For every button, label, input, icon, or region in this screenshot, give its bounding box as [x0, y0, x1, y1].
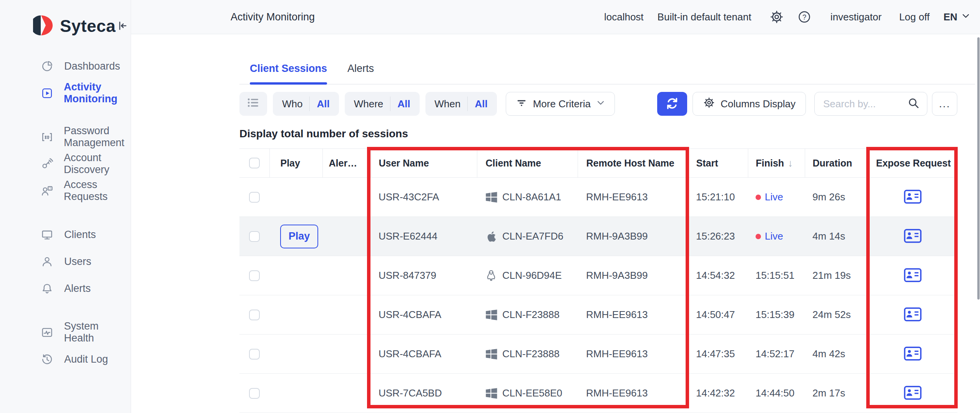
filter-who-value: All — [317, 98, 329, 110]
filter-who[interactable]: Who All — [273, 92, 339, 116]
expose-request-button[interactable] — [904, 346, 922, 362]
duration-text: 2m 17s — [812, 387, 845, 399]
list-icon — [246, 96, 260, 112]
list-view-button[interactable] — [239, 92, 267, 116]
tab-alerts[interactable]: Alerts — [347, 63, 374, 84]
sidebar-item-label: Clients — [64, 229, 96, 241]
sidebar-item-alerts[interactable]: Alerts — [0, 275, 131, 302]
brand-name: Syteca — [60, 17, 116, 36]
sort-descending-icon[interactable]: ↓ — [788, 157, 793, 169]
filter-toolbar: Who All Where All When All — [239, 92, 957, 116]
syteca-logo[interactable]: Syteca — [33, 15, 116, 37]
header-client-name[interactable]: Client Name — [477, 149, 578, 178]
user-menu[interactable]: investigator — [831, 11, 882, 23]
os-linux-icon — [485, 269, 498, 282]
bell-icon — [41, 282, 54, 295]
expose-request-button[interactable] — [904, 190, 922, 205]
header-start[interactable]: Start — [688, 149, 748, 178]
sidebar-item-account-discovery[interactable]: Account Discovery — [0, 150, 131, 177]
row-checkbox[interactable] — [249, 270, 260, 281]
remote-host-text: RMH-EE9613 — [586, 191, 648, 203]
sidebar-item-system-health[interactable]: System Health — [0, 319, 131, 346]
more-actions-button[interactable]: ... — [932, 92, 957, 116]
sidebar-item-access-requests[interactable]: ?Access Requests — [0, 177, 131, 204]
refresh-icon — [665, 97, 679, 112]
help-icon[interactable]: ? — [797, 10, 811, 24]
header-expose-request[interactable]: Expose Request — [868, 149, 957, 178]
sidebar-collapse-icon[interactable] — [116, 19, 129, 33]
filter-where-value: All — [397, 98, 410, 110]
select-all-checkbox[interactable] — [249, 158, 260, 168]
alerts-cell — [322, 178, 371, 217]
filter-where[interactable]: Where All — [345, 92, 420, 116]
divider — [309, 97, 310, 111]
expose-request-button[interactable] — [904, 268, 922, 283]
expose-request-button[interactable] — [904, 307, 922, 323]
row-checkbox[interactable] — [249, 349, 260, 360]
logoff-link[interactable]: Log off — [899, 11, 930, 23]
filter-when-value: All — [475, 98, 487, 110]
key-signal-icon — [41, 157, 53, 170]
user-name-text: USR-4CBAFA — [379, 348, 441, 360]
session-row[interactable]: Play USR-E62444 CLN-EA7FD6 RMH-9A3B99 15… — [239, 217, 957, 256]
sidebar-item-audit-log[interactable]: Audit Log — [0, 346, 131, 373]
session-row[interactable]: USR-43C2FA CLN-8A61A1 RMH-EE9613 15:21:1… — [239, 178, 957, 217]
start-time-text: 14:42:32 — [696, 387, 735, 399]
sidebar-item-label: Access Requests — [64, 179, 131, 203]
password-brackets-icon — [41, 130, 53, 143]
finish-live-text[interactable]: Live — [765, 191, 783, 203]
expose-request-button[interactable] — [904, 386, 922, 401]
language-selector[interactable]: EN — [943, 11, 970, 23]
session-row[interactable]: USR-4CBAFA CLN-F23888 RMH-EE9613 14:47:3… — [239, 335, 957, 374]
sidebar-item-activity-monitoring[interactable]: Activity Monitoring — [0, 80, 131, 107]
header-alerts[interactable]: Aler… — [322, 149, 371, 178]
health-chart-icon — [41, 326, 54, 339]
header-duration[interactable]: Duration — [805, 149, 868, 178]
refresh-button[interactable] — [657, 92, 687, 116]
alerts-cell — [322, 335, 371, 374]
finish-live-text[interactable]: Live — [765, 230, 783, 242]
row-checkbox[interactable] — [249, 388, 260, 399]
tab-client-sessions[interactable]: Client Sessions — [250, 63, 327, 84]
topbar: Activity Monitoring localhost Built-in d… — [131, 0, 980, 34]
duration-text: 4m 14s — [812, 230, 845, 242]
vertical-scrollbar[interactable] — [977, 37, 980, 300]
search-input[interactable] — [823, 98, 907, 110]
remote-host-text: RMH-EE9613 — [586, 309, 648, 320]
finish-time-text: 15:15:39 — [748, 309, 805, 321]
svg-text:?: ? — [49, 186, 51, 190]
play-button[interactable]: Play — [280, 225, 318, 248]
display-total-sessions-link[interactable]: Display total number of sessions — [239, 128, 957, 140]
session-row[interactable]: USR-7CA5BD CLN-EE58E0 RMH-EE9613 14:42:3… — [239, 374, 957, 413]
row-checkbox[interactable] — [249, 192, 260, 203]
chevron-down-icon — [596, 98, 605, 110]
client-name-text: CLN-F23888 — [502, 309, 560, 321]
table-header-row: Play Aler… User Name Client Name Remote … — [239, 149, 957, 178]
search-icon[interactable] — [907, 97, 920, 111]
header-play[interactable]: Play — [269, 149, 322, 178]
session-row[interactable]: USR-847379 CLN-96D94E RMH-9A3B99 14:54:3… — [239, 256, 957, 295]
expose-request-button[interactable] — [904, 229, 922, 244]
header-finish[interactable]: Finish↓ — [748, 149, 805, 178]
columns-display-button[interactable]: Columns Display — [693, 92, 806, 116]
session-row[interactable]: USR-4CBAFA CLN-F23888 RMH-EE9613 14:50:4… — [239, 295, 957, 335]
row-checkbox[interactable] — [249, 310, 260, 320]
sidebar-item-users[interactable]: Users — [0, 248, 131, 275]
filter-when[interactable]: When All — [425, 92, 497, 116]
play-square-icon — [41, 87, 53, 100]
header-user-name[interactable]: User Name — [371, 149, 477, 178]
app-window: Syteca DashboardsActivity MonitoringPass… — [0, 0, 980, 413]
tenant-selector[interactable]: Built-in default tenant — [658, 11, 751, 23]
user-icon — [41, 255, 54, 268]
row-checkbox[interactable] — [249, 231, 260, 242]
more-criteria-button[interactable]: More Criteria — [506, 92, 615, 116]
filter-lines-icon — [515, 97, 528, 112]
header-remote-host-name[interactable]: Remote Host Name — [578, 149, 688, 178]
sidebar-item-clients[interactable]: Clients — [0, 221, 131, 248]
settings-gear-icon[interactable] — [770, 10, 784, 24]
sidebar-item-password-management[interactable]: Password Management — [0, 123, 131, 150]
finish-time-text: 15:15:51 — [748, 270, 805, 281]
sidebar-item-dashboards[interactable]: Dashboards — [0, 53, 131, 80]
remote-host-text: RMH-EE9613 — [586, 348, 648, 360]
page-title: Activity Monitoring — [231, 11, 315, 23]
